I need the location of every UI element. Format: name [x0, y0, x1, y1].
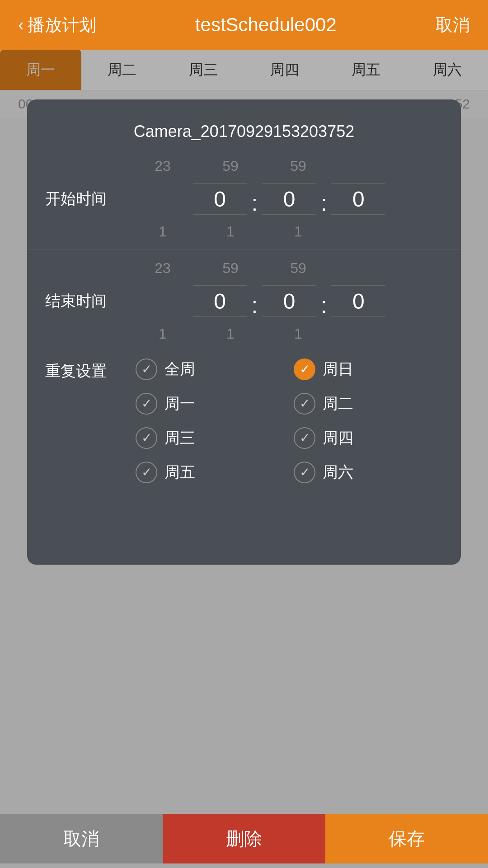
- end-hour-above: 23: [155, 257, 171, 279]
- repeat-item-allweek[interactable]: ✓ 全周: [136, 359, 285, 380]
- start-hour-col[interactable]: 0: [193, 183, 247, 215]
- start-hour-value: 0: [193, 183, 247, 215]
- checkbox-saturday[interactable]: ✓: [294, 462, 315, 483]
- checkmark-sunday: ✓: [300, 363, 310, 376]
- start-hour-above: 23: [155, 155, 171, 177]
- end-sep1: :: [247, 293, 262, 318]
- start-second-below: 1: [294, 220, 302, 243]
- header: ‹ 播放计划 testSchedule002 取消: [0, 0, 488, 50]
- back-button[interactable]: ‹ 播放计划: [18, 14, 96, 37]
- header-cancel-button[interactable]: 取消: [436, 14, 470, 37]
- repeat-item-friday[interactable]: ✓ 周五: [136, 462, 285, 483]
- checkbox-sunday[interactable]: ✓: [294, 359, 315, 380]
- end-second-spinner[interactable]: 59: [271, 257, 325, 279]
- end-second-value: 0: [331, 285, 385, 317]
- checkmark-monday: ✓: [141, 397, 152, 410]
- start-time-section: 23 59 59 开始时间 0 :: [27, 155, 461, 243]
- end-hour-below: 1: [159, 322, 167, 345]
- start-sep1: :: [247, 191, 262, 216]
- end-minute-below: 1: [226, 322, 235, 345]
- start-minute-above: 59: [222, 155, 239, 177]
- start-second-above: 59: [290, 155, 306, 177]
- checkmark-saturday: ✓: [300, 466, 310, 479]
- checkmark-wednesday: ✓: [141, 432, 152, 444]
- bottom-buttons: 取消 删除 保存: [0, 814, 488, 868]
- repeat-label-thursday: 周四: [323, 428, 353, 448]
- end-minute-value: 0: [262, 285, 316, 317]
- checkbox-thursday[interactable]: ✓: [294, 427, 315, 449]
- end-sep2: :: [316, 293, 331, 318]
- start-second-col[interactable]: 0: [331, 183, 385, 215]
- repeat-item-tuesday[interactable]: ✓ 周二: [294, 393, 443, 415]
- time-divider: [27, 250, 461, 250]
- end-minute-above: 59: [222, 257, 239, 279]
- end-time-row: 结束时间 0 : 0 : 0: [45, 279, 443, 322]
- end-second-below: 1: [294, 322, 302, 345]
- checkbox-tuesday[interactable]: ✓: [294, 393, 315, 415]
- repeat-label-monday: 周一: [164, 393, 195, 414]
- checkbox-allweek[interactable]: ✓: [136, 359, 157, 380]
- repeat-grid: ✓ 全周 ✓ 周日 ✓: [136, 359, 443, 483]
- start-hour-below: 1: [159, 220, 167, 243]
- repeat-item-thursday[interactable]: ✓ 周四: [294, 427, 443, 449]
- end-minute-spinner[interactable]: 59: [203, 257, 258, 279]
- page-title: testSchedule002: [195, 14, 337, 36]
- end-time-section: 23 59 59 结束时间 0 :: [27, 257, 461, 345]
- start-hour-spinner[interactable]: 23: [136, 155, 190, 177]
- start-time-spinners: 0 : 0 : 0: [136, 182, 443, 216]
- repeat-item-sunday[interactable]: ✓ 周日: [294, 359, 443, 380]
- checkmark-friday: ✓: [141, 466, 152, 479]
- start-sep2: :: [316, 191, 331, 216]
- repeat-label-wednesday: 周三: [164, 428, 195, 448]
- back-icon: ‹: [18, 15, 24, 35]
- save-button[interactable]: 保存: [325, 814, 488, 863]
- repeat-item-monday[interactable]: ✓ 周一: [136, 393, 285, 415]
- checkbox-wednesday[interactable]: ✓: [136, 427, 157, 449]
- repeat-label-friday: 周五: [164, 462, 195, 483]
- end-hour-value: 0: [193, 285, 247, 317]
- repeat-item-saturday[interactable]: ✓ 周六: [294, 462, 443, 483]
- repeat-label-saturday: 周六: [323, 462, 353, 483]
- start-second-value: 0: [331, 183, 385, 215]
- repeat-item-wednesday[interactable]: ✓ 周三: [136, 427, 285, 449]
- start-minute-spinner[interactable]: 59: [203, 155, 258, 177]
- end-time-spinners: 0 : 0 : 0: [136, 284, 443, 318]
- start-time-row: 开始时间 0 : 0 : 0: [45, 177, 443, 220]
- checkbox-friday[interactable]: ✓: [136, 462, 157, 483]
- end-minute-col[interactable]: 0: [262, 285, 316, 317]
- checkmark-allweek: ✓: [141, 363, 152, 376]
- repeat-label: 重复设置: [45, 359, 136, 382]
- back-label: 播放计划: [28, 14, 96, 37]
- checkmark-tuesday: ✓: [300, 397, 310, 410]
- repeat-title-row: 重复设置 ✓ 全周 ✓ 周日: [45, 359, 443, 483]
- repeat-section: 重复设置 ✓ 全周 ✓ 周日: [27, 349, 461, 506]
- modal-dialog: Camera_20170929153203752 23 59 59 开始时间: [27, 99, 461, 565]
- start-time-label: 开始时间: [45, 189, 136, 209]
- repeat-label-sunday: 周日: [323, 359, 353, 380]
- start-minute-below: 1: [226, 220, 235, 243]
- checkmark-thursday: ✓: [300, 432, 310, 444]
- repeat-label-tuesday: 周二: [323, 393, 353, 414]
- end-hour-col[interactable]: 0: [193, 285, 247, 317]
- start-minute-value: 0: [262, 183, 316, 215]
- checkbox-monday[interactable]: ✓: [136, 393, 157, 415]
- repeat-label-allweek: 全周: [164, 359, 195, 380]
- end-second-above: 59: [290, 257, 306, 279]
- start-second-spinner[interactable]: 59: [271, 155, 325, 177]
- end-hour-spinner[interactable]: 23: [136, 257, 190, 279]
- end-second-col[interactable]: 0: [331, 285, 385, 317]
- cancel-button[interactable]: 取消: [0, 814, 163, 863]
- background-content: 周一 周二 周三 周四 周五 周六 00 52 Camera_201709291…: [0, 50, 488, 868]
- modal-title: Camera_20170929153203752: [27, 99, 461, 155]
- delete-button[interactable]: 删除: [163, 814, 325, 863]
- start-minute-col[interactable]: 0: [262, 183, 316, 215]
- end-time-label: 结束时间: [45, 291, 136, 311]
